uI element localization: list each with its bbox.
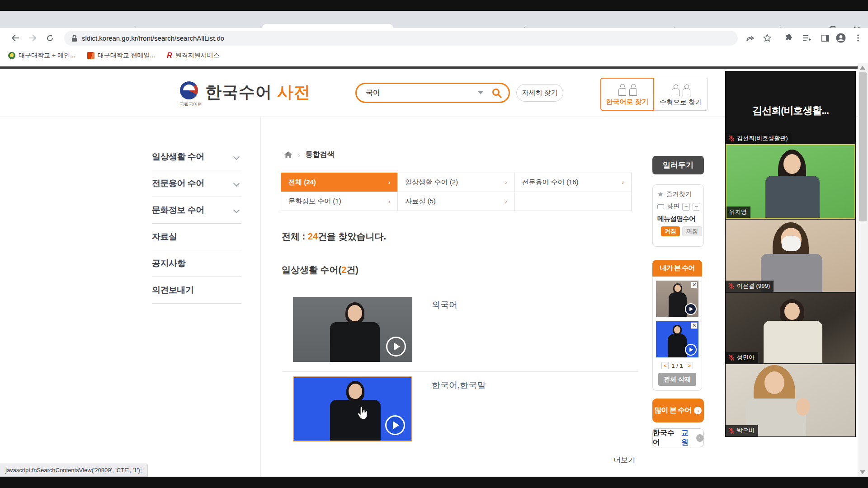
menu-item-archive[interactable]: 자료실: [152, 224, 241, 250]
result-tab-all[interactable]: 전체 (24)›: [281, 173, 398, 192]
menu-item-culture-sign[interactable]: 문화정보 수어: [152, 197, 241, 224]
search-input[interactable]: 국어: [366, 88, 478, 98]
logo-org-text: 국립국어원: [177, 101, 204, 108]
scrollbar-thumb[interactable]: [859, 72, 867, 221]
zoom-in-button[interactable]: +: [682, 203, 690, 211]
participant-silhouette: [764, 299, 822, 363]
tab-label: 자료실 (5): [405, 197, 436, 206]
tab-label: 전문용어 수어 (16): [522, 178, 579, 187]
bookmarks-bar: 대구대학교 + 메인... 대구대학교 웹메일... R 원격지원서비스: [0, 48, 868, 63]
lock-icon: [71, 35, 77, 42]
find-handshape-label: 수형으로 찾기: [660, 98, 702, 107]
muted-mic-icon: [728, 135, 735, 142]
site-title-accent: 사전: [277, 83, 311, 101]
muted-mic-icon: [728, 427, 735, 434]
section-prefix: 일상생활 수어(: [282, 265, 341, 275]
back-icon[interactable]: [9, 32, 22, 44]
play-icon[interactable]: [685, 303, 697, 315]
address-bar[interactable]: sldict.korean.go.kr/front/search/searchA…: [64, 31, 738, 46]
recent-video-1[interactable]: ✕: [656, 281, 698, 317]
forward-icon[interactable]: [26, 32, 39, 44]
url-text: sldict.korean.go.kr/front/search/searchA…: [82, 34, 224, 42]
sign-teacher-button[interactable]: 한국수어교원 ›: [652, 428, 704, 447]
find-by-handshape-button[interactable]: 수형으로 찾기: [654, 78, 708, 111]
menu-label: 자료실: [152, 231, 177, 243]
pager-text: 1 / 1: [671, 362, 683, 369]
toggle-off-button[interactable]: 꺼짐: [682, 226, 702, 236]
menu-item-feedback[interactable]: 의견보내기: [152, 277, 241, 304]
bookmark-star-icon[interactable]: [761, 32, 774, 44]
recent-video-2[interactable]: ✕: [656, 321, 698, 357]
screen-label: 화면: [667, 202, 679, 211]
video-call-panel: 김선희(비호생활... 김선희(비호생활관) 유지영: [725, 71, 856, 437]
pager-prev-button[interactable]: <: [661, 362, 669, 369]
participant-tile-kim[interactable]: 김선희(비호생활... 김선희(비호생활관): [726, 71, 855, 144]
result-word-2[interactable]: 한국어,한국말: [432, 380, 486, 391]
search-icon[interactable]: [491, 88, 502, 99]
zoom-out-button[interactable]: −: [693, 203, 700, 211]
refresh-icon[interactable]: [43, 32, 56, 44]
remove-icon[interactable]: ✕: [691, 322, 698, 329]
find-by-korean-button[interactable]: 한국어로 찾기: [600, 78, 654, 111]
toggle-on-button[interactable]: 켜짐: [661, 226, 680, 236]
result-video-thumbnail-2[interactable]: [293, 376, 412, 441]
section-title: 일상생활 수어(2건): [282, 264, 359, 276]
result-word-1[interactable]: 외국어: [432, 299, 458, 311]
result-tab-daily[interactable]: 일상생활 수어 (2)›: [397, 173, 514, 192]
result-tab-archive[interactable]: 자료실 (5)›: [397, 192, 514, 211]
result-tab-culture[interactable]: 문화정보 수어 (1)›: [281, 192, 398, 211]
menu-item-daily-sign[interactable]: 일상생활 수어: [152, 144, 241, 170]
participant-nametag: 유지영: [726, 206, 750, 218]
delete-all-button[interactable]: 전체 삭제: [658, 373, 696, 386]
reading-list-icon[interactable]: [801, 32, 813, 44]
page-top-border: [0, 66, 858, 69]
chevron-down-icon: [233, 180, 240, 187]
bookmark-daegu-main[interactable]: 대구대학교 + 메인...: [8, 52, 75, 60]
arrow-icon: ›: [388, 198, 390, 205]
bookmark-label: 대구대학교 + 메인...: [19, 52, 75, 60]
kebab-menu-icon[interactable]: [852, 32, 864, 44]
signers-icon: [618, 84, 637, 96]
signer-silhouette: [669, 283, 687, 317]
remote-support-icon: R: [167, 52, 172, 60]
recently-viewed-body: ✕ ✕ < 1 / 1 > 전체 삭제: [652, 277, 702, 391]
popular-signs-button[interactable]: 많이 본 수어 ›: [652, 399, 704, 422]
chevron-down-icon: [233, 154, 240, 160]
play-icon[interactable]: [685, 344, 697, 356]
play-icon[interactable]: [385, 415, 405, 435]
extensions-puzzle-icon[interactable]: [783, 32, 795, 44]
profile-avatar-icon[interactable]: [835, 32, 847, 44]
bookmark-remote-support[interactable]: R 원격지원서비스: [167, 52, 220, 60]
favorite-row[interactable]: ★ 즐겨찾기: [657, 190, 703, 198]
scroll-down-icon[interactable]: [860, 470, 865, 474]
share-icon[interactable]: [744, 32, 756, 44]
menu-item-terminology-sign[interactable]: 전문용어 수어: [152, 170, 241, 197]
result-tab-terminology[interactable]: 전문용어 수어 (16)›: [514, 173, 632, 192]
page-scrollbar[interactable]: [858, 63, 868, 477]
search-dropdown-caret-icon[interactable]: [478, 91, 483, 94]
participant-tile-lee[interactable]: 이은결 (999): [726, 220, 855, 292]
more-link[interactable]: 더보기: [613, 455, 635, 465]
bookmark-daegu-webmail[interactable]: 대구대학교 웹메일...: [87, 52, 156, 60]
remove-icon[interactable]: ✕: [691, 282, 698, 288]
pager-next-button[interactable]: >: [686, 362, 693, 369]
teacher-label-black: 한국수어: [653, 428, 679, 447]
participant-name: 유지영: [729, 208, 747, 216]
scroll-up-icon[interactable]: [860, 66, 865, 70]
play-icon[interactable]: [386, 337, 406, 357]
participant-tile-yoo[interactable]: 유지영: [726, 144, 855, 219]
participant-tile-seong[interactable]: 성민아: [726, 293, 855, 363]
guide-button[interactable]: 일러두기: [652, 156, 704, 174]
recently-viewed-panel: 내가 본 수어 ✕ ✕: [652, 260, 702, 391]
home-icon[interactable]: [284, 151, 292, 159]
search-box[interactable]: 국어: [355, 83, 510, 103]
result-video-thumbnail-1[interactable]: [293, 297, 412, 362]
site-title: 한국수어 사전: [205, 81, 311, 103]
detail-search-button[interactable]: 자세히 찾기: [516, 84, 563, 102]
menu-item-notice[interactable]: 공지사항: [152, 250, 241, 277]
side-panel-icon[interactable]: [819, 32, 831, 44]
site-logo[interactable]: 국립국어원 한국수어 사전: [180, 81, 311, 103]
menu-label: 문화정보 수어: [152, 204, 204, 216]
participant-tile-park[interactable]: 박은비: [726, 364, 855, 436]
muted-mic-icon: [728, 354, 735, 361]
